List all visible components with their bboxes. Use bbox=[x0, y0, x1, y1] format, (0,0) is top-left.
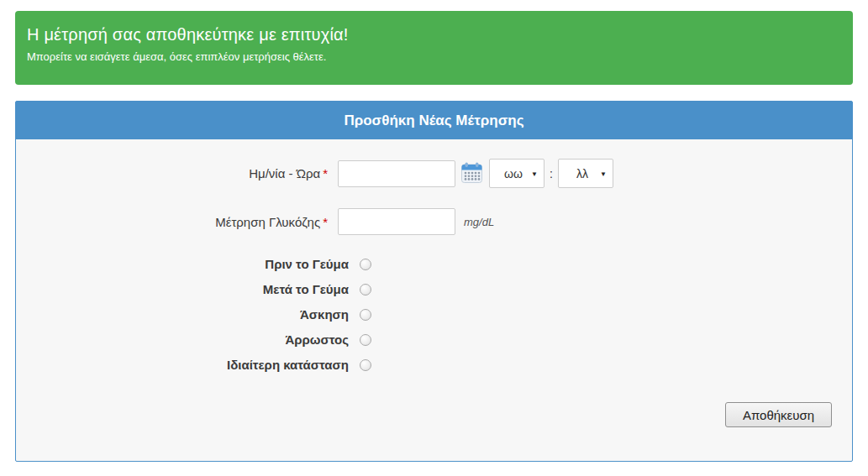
radio-label: Μετά το Γεύμα bbox=[16, 282, 349, 296]
panel-header: Προσθήκη Νέας Μέτρησης bbox=[16, 102, 852, 139]
glucose-controls: mg/dL bbox=[338, 208, 494, 235]
glucose-label: Μέτρηση Γλυκόζης* bbox=[16, 215, 328, 229]
datetime-input[interactable] bbox=[338, 160, 455, 187]
radio-row-sick: Άρρωστος bbox=[16, 332, 852, 347]
datetime-label: Ημ/νία - Ώρα* bbox=[16, 166, 328, 180]
radio-row-before-meal: Πριν το Γεύμα bbox=[16, 257, 852, 271]
alert-title: Η μέτρησή σας αποθηκεύτηκε με επιτυχία! bbox=[27, 25, 841, 44]
measurement-context-options: Πριν το Γεύμα Μετά το Γεύμα Άσκηση Άρρωσ… bbox=[16, 257, 852, 372]
radio-sick[interactable] bbox=[360, 334, 371, 346]
success-alert: Η μέτρησή σας αποθηκεύτηκε με επιτυχία! … bbox=[15, 11, 853, 85]
hour-select-wrap: ωω ▼ bbox=[489, 159, 544, 188]
glucose-input[interactable] bbox=[338, 208, 455, 235]
radio-row-after-meal: Μετά το Γεύμα bbox=[16, 282, 852, 296]
panel-body: Ημ/νία - Ώρα* bbox=[16, 139, 852, 427]
glucose-row: Μέτρηση Γλυκόζης* mg/dL bbox=[16, 208, 852, 235]
required-asterisk: * bbox=[323, 166, 328, 180]
datetime-row: Ημ/νία - Ώρα* bbox=[16, 159, 852, 188]
radio-exercise[interactable] bbox=[360, 309, 371, 321]
hour-select[interactable]: ωω bbox=[489, 159, 544, 188]
time-separator: : bbox=[550, 167, 553, 180]
page: Η μέτρησή σας αποθηκεύτηκε με επιτυχία! … bbox=[0, 0, 868, 462]
save-button[interactable]: Αποθήκευση bbox=[725, 402, 832, 427]
calendar-icon bbox=[460, 161, 483, 186]
glucose-unit: mg/dL bbox=[464, 216, 494, 228]
new-measurement-panel: Προσθήκη Νέας Μέτρησης Ημ/νία - Ώρα* bbox=[15, 101, 853, 462]
radio-before-meal[interactable] bbox=[360, 259, 371, 270]
radio-after-meal[interactable] bbox=[360, 284, 371, 296]
datetime-controls: ωω ▼ : λλ ▼ bbox=[338, 159, 613, 188]
radio-label: Άρρωστος bbox=[16, 332, 349, 347]
minute-select[interactable]: λλ bbox=[558, 159, 613, 188]
radio-row-exercise: Άσκηση bbox=[16, 307, 852, 322]
radio-label: Ιδιαίτερη κατάσταση bbox=[16, 358, 349, 372]
minute-select-wrap: λλ ▼ bbox=[558, 159, 613, 188]
radio-label: Πριν το Γεύμα bbox=[16, 257, 349, 271]
radio-special-condition[interactable] bbox=[360, 359, 371, 371]
calendar-picker-button[interactable] bbox=[460, 162, 483, 185]
panel-title: Προσθήκη Νέας Μέτρησης bbox=[344, 112, 523, 129]
alert-subtitle: Μπορείτε να εισάγετε άμεσα, όσες επιπλέο… bbox=[27, 50, 841, 63]
button-row: Αποθήκευση bbox=[16, 402, 852, 427]
required-asterisk: * bbox=[323, 215, 328, 229]
radio-label: Άσκηση bbox=[16, 307, 349, 322]
radio-row-special-condition: Ιδιαίτερη κατάσταση bbox=[16, 358, 852, 372]
